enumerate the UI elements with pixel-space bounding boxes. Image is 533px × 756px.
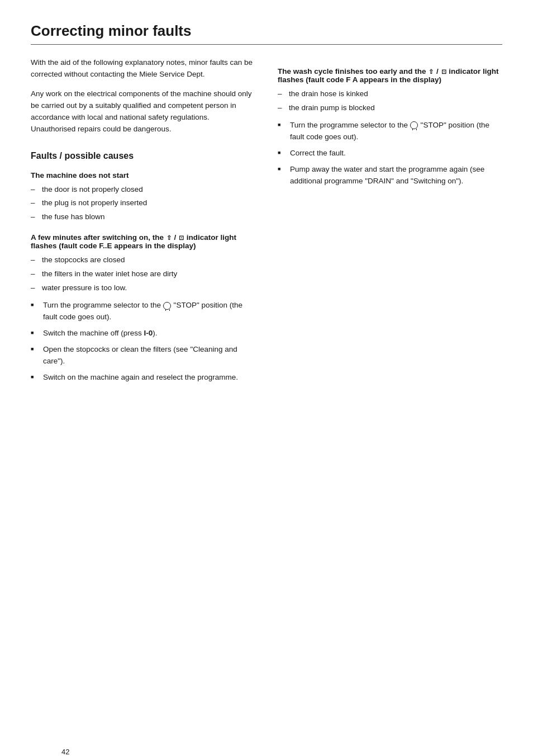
list-item: Turn the programme selector to the "STOP… [31,300,255,323]
drain-icon: ⊡ [179,234,184,242]
page-wrapper: Correcting minor faults With the aid of … [31,22,502,756]
list-item: Turn the programme selector to the "STOP… [278,120,502,143]
list-item: the drain hose is kinked [278,88,502,100]
wash-early-bullet-list: Turn the programme selector to the "STOP… [278,120,502,187]
intro-paragraph-2: Any work on the electrical components of… [31,88,255,135]
list-item: Pump away the water and start the progra… [278,164,502,187]
stop-circle-icon [163,302,171,310]
list-item: water pressure is too low. [31,282,255,294]
water-inlet-icon-right: ⇧ [429,68,434,75]
list-item: Open the stopcocks or clean the filters … [31,344,255,367]
right-column: The wash cycle finishes too early and th… [278,57,502,389]
subsection-machine-no-start: The machine does not start [31,171,255,179]
list-item: Switch the machine off (press I-0). [31,328,255,339]
few-minutes-bullet-list: Turn the programme selector to the "STOP… [31,300,255,384]
few-minutes-dash-list: the stopcocks are closed the filters in … [31,254,255,294]
subsection-wash-finishes-early: The wash cycle finishes too early and th… [278,67,502,84]
intro-paragraph-1: With the aid of the following explanator… [31,57,255,81]
list-item: Switch on the machine again and reselect… [31,372,255,384]
list-item: the stopcocks are closed [31,254,255,266]
machine-no-start-dash-list: the door is not properly closed the plug… [31,184,255,224]
list-item: the door is not properly closed [31,184,255,196]
list-item: the filters in the water inlet hose are … [31,268,255,280]
list-item: the plug is not properly inserted [31,197,255,209]
water-inlet-icon: ⇧ [166,234,172,242]
drain-icon-right: ⊡ [441,68,446,75]
wash-early-dash-list: the drain hose is kinked the drain pump … [278,88,502,114]
subsection-few-minutes: A few minutes after switching on, the ⇧ … [31,233,255,250]
left-column: With the aid of the following explanator… [31,57,255,389]
stop-circle-icon-right [410,121,418,129]
list-item: the fuse has blown [31,211,255,223]
two-column-layout: With the aid of the following explanator… [31,57,502,389]
list-item: the drain pump is blocked [278,102,502,114]
page-title: Correcting minor faults [31,22,502,40]
page-number: 42 [61,748,69,756]
title-divider [31,44,502,45]
list-item: Correct the fault. [278,148,502,159]
faults-section-heading: Faults / possible causes [31,151,255,161]
